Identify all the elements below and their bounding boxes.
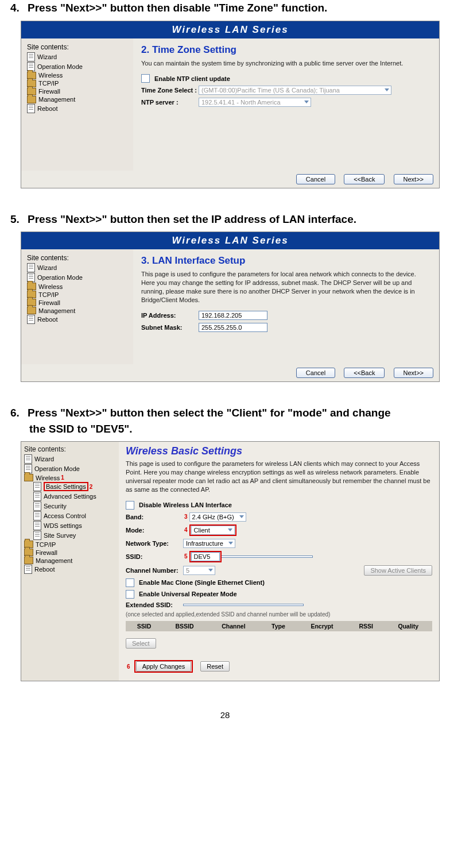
nav-wireless[interactable]: Wireless1	[24, 474, 116, 481]
doc-icon	[24, 565, 32, 574]
ip-input[interactable]: 192.168.2.205	[199, 311, 267, 320]
nav-reboot[interactable]: Reboot	[24, 565, 116, 574]
network-type-select[interactable]: Infrastructure	[183, 539, 235, 548]
ip-label: IP Address:	[141, 312, 199, 319]
reset-button[interactable]: Reset	[200, 661, 230, 672]
cancel-button[interactable]: Cancel	[296, 368, 335, 378]
doc-icon	[24, 454, 32, 464]
section-description: You can maintain the system time by sync…	[141, 59, 431, 68]
urepeater-checkbox[interactable]	[126, 590, 134, 599]
doc-icon	[33, 511, 41, 520]
col-rssi: RSSI	[348, 621, 385, 631]
nav-tcpip[interactable]: TCP/IP	[24, 541, 116, 548]
folder-icon	[27, 96, 36, 103]
subnet-input[interactable]: 255.255.255.0	[199, 323, 267, 332]
nav-wireless[interactable]: Wireless	[27, 72, 130, 79]
nav-firewall[interactable]: Firewall	[27, 88, 130, 95]
col-channel: Channel	[207, 621, 261, 631]
macclone-checkbox[interactable]	[126, 578, 134, 587]
next-button[interactable]: Next>>	[394, 174, 433, 184]
sidebar: Site contents: Wizard Operation Mode Wir…	[21, 442, 119, 680]
nav-management[interactable]: Management	[27, 307, 130, 314]
callout-1: 1	[61, 474, 64, 481]
show-clients-button[interactable]: Show Active Clients	[364, 565, 432, 576]
doc-icon	[27, 263, 35, 272]
nav-reboot[interactable]: Reboot	[27, 104, 130, 113]
col-type: Type	[261, 621, 297, 631]
nav-firewall[interactable]: Firewall	[24, 549, 116, 556]
nav-firewall[interactable]: Firewall	[27, 299, 130, 306]
nav-advanced[interactable]: Advanced Settings	[33, 492, 116, 501]
nav-opmode[interactable]: Operation Mode	[27, 62, 130, 71]
nav-wizard[interactable]: Wizard	[27, 263, 130, 272]
apply-button[interactable]: Apply Changes	[136, 661, 192, 672]
subnet-label: Subnet Mask:	[141, 324, 199, 331]
channel-label: Channel Number:	[126, 567, 183, 574]
nav-access-control[interactable]: Access Control	[33, 511, 116, 520]
ext-ssid-label: Extended SSID:	[126, 601, 183, 608]
client-table: SSID BSSID Channel Type Encrypt RSSI Qua…	[126, 621, 432, 631]
nav-management[interactable]: Management	[27, 96, 130, 103]
ntp-enable-checkbox[interactable]	[141, 74, 150, 83]
urepeater-label: Enable Universal Repeater Mode	[139, 591, 237, 597]
nav-security[interactable]: Security	[33, 501, 116, 511]
back-button[interactable]: <<Back	[344, 368, 385, 378]
doc-icon	[33, 482, 41, 491]
network-type-label: Network Type:	[126, 540, 183, 547]
doc-icon	[33, 501, 41, 511]
mode-label: Mode:	[126, 527, 183, 534]
nav-reboot[interactable]: Reboot	[27, 315, 130, 324]
step4-number: 4.	[10, 0, 28, 16]
band-select[interactable]: 2.4 GHz (B+G)	[189, 512, 246, 522]
doc-icon	[27, 52, 35, 61]
section-title: 2. Time Zone Setting	[141, 44, 431, 56]
ntpserver-select[interactable]: 192.5.41.41 - North America	[199, 98, 311, 107]
section-description: This page is used to configure the param…	[126, 460, 432, 493]
next-button[interactable]: Next>>	[394, 368, 433, 378]
section-description: This page is used to configure the param…	[141, 270, 431, 304]
nav-tcpip[interactable]: TCP/IP	[27, 80, 130, 87]
nav-opmode[interactable]: Operation Mode	[27, 273, 130, 282]
button-row: Cancel <<Back Next>>	[21, 171, 439, 188]
ssid-input-ext[interactable]	[222, 555, 313, 558]
callout-5: 5	[184, 553, 188, 560]
ext-ssid-input[interactable]	[183, 604, 304, 606]
nav-wireless[interactable]: Wireless	[27, 283, 130, 290]
select-button[interactable]: Select	[126, 638, 156, 649]
content-pane: 3. LAN Interface Setup This page is used…	[133, 249, 439, 364]
step6-number: 6.	[10, 405, 28, 421]
ssid-input[interactable]: DEV5	[191, 552, 220, 561]
nav-opmode[interactable]: Operation Mode	[24, 464, 116, 473]
page-number: 28	[10, 710, 440, 720]
step4-text: Press "Next>>" button then disable "Time…	[28, 2, 327, 14]
step6-text-a: Press "Next>>" button then select the "C…	[28, 407, 391, 419]
back-button[interactable]: <<Back	[344, 174, 385, 184]
folder-icon	[24, 474, 33, 481]
step6-text-b: the SSID to "DEV5".	[10, 421, 440, 437]
nav-wds[interactable]: WDS settings	[33, 521, 116, 530]
nav-site-survey[interactable]: Site Survey	[33, 531, 116, 540]
doc-icon	[27, 315, 35, 324]
step5-text: Press "Next>>" button then set the IP ad…	[28, 213, 356, 225]
nav-basic-settings[interactable]: Basic Settings2	[33, 482, 116, 491]
channel-select[interactable]: 5	[183, 566, 215, 575]
nav-wizard[interactable]: Wizard	[27, 52, 130, 61]
timezone-select[interactable]: (GMT-08:00)Pacific Time (US & Canada); T…	[199, 86, 391, 95]
ntp-enable-label: Enable NTP client update	[154, 75, 230, 82]
cancel-button[interactable]: Cancel	[296, 174, 335, 184]
folder-icon	[24, 557, 33, 564]
doc-icon	[33, 521, 41, 530]
callout-3: 3	[184, 514, 188, 520]
callout-2: 2	[90, 484, 93, 490]
window-title: Wireless LAN Series	[21, 232, 439, 249]
nav-wizard[interactable]: Wizard	[24, 454, 116, 464]
section-title: Wireless Basic Settings	[126, 445, 432, 457]
mode-select[interactable]: Client	[191, 526, 235, 535]
band-label: Band:	[126, 514, 183, 520]
disable-wlan-label: Disable Wireless LAN Interface	[139, 501, 232, 508]
section-title: 3. LAN Interface Setup	[141, 255, 431, 267]
doc-icon	[33, 531, 41, 540]
disable-wlan-checkbox[interactable]	[126, 501, 134, 510]
nav-management[interactable]: Management	[24, 557, 116, 564]
nav-tcpip[interactable]: TCP/IP	[27, 291, 130, 298]
